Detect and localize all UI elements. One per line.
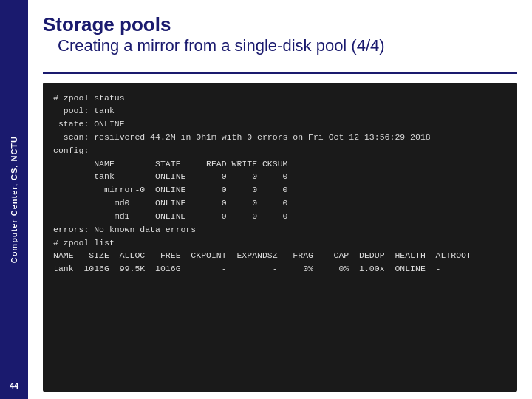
- main-content: Storage pools Creating a mirror from a s…: [28, 0, 532, 399]
- terminal-line: errors: No known data errors: [53, 223, 507, 236]
- title-line2: Creating a mirror from a single-disk poo…: [43, 36, 517, 55]
- terminal-line: config:: [53, 144, 507, 157]
- terminal-line: pool: tank: [53, 104, 507, 117]
- terminal-box: # zpool status pool: tank state: ONLINE …: [43, 83, 517, 392]
- terminal-line: md1 ONLINE 0 0 0: [53, 210, 507, 223]
- sidebar: Computer Center, CS, NCTU 44: [0, 0, 28, 399]
- terminal-line: tank ONLINE 0 0 0: [53, 170, 507, 183]
- terminal-line: mirror-0 ONLINE 0 0 0: [53, 183, 507, 197]
- sidebar-label: Computer Center, CS, NCTU: [9, 136, 19, 263]
- terminal-line: state: ONLINE: [53, 117, 507, 131]
- terminal-line: # zpool status: [53, 92, 507, 105]
- terminal-line: md0 ONLINE 0 0 0: [53, 197, 507, 210]
- terminal-line: scan: resilvered 44.2M in 0h1m with 0 er…: [53, 131, 507, 144]
- title-divider: [43, 72, 517, 74]
- terminal-line: tank 1016G 99.5K 1016G - - 0% 0% 1.00x O…: [53, 262, 507, 276]
- terminal-line: NAME STATE READ WRITE CKSUM: [53, 157, 507, 171]
- terminal-line: NAME SIZE ALLOC FREE CKPOINT EXPANDSZ FR…: [53, 249, 507, 262]
- title-line1: Storage pools: [43, 13, 517, 36]
- header: Storage pools Creating a mirror from a s…: [43, 13, 517, 56]
- terminal-line: # zpool list: [53, 236, 507, 250]
- page-number: 44: [0, 381, 28, 390]
